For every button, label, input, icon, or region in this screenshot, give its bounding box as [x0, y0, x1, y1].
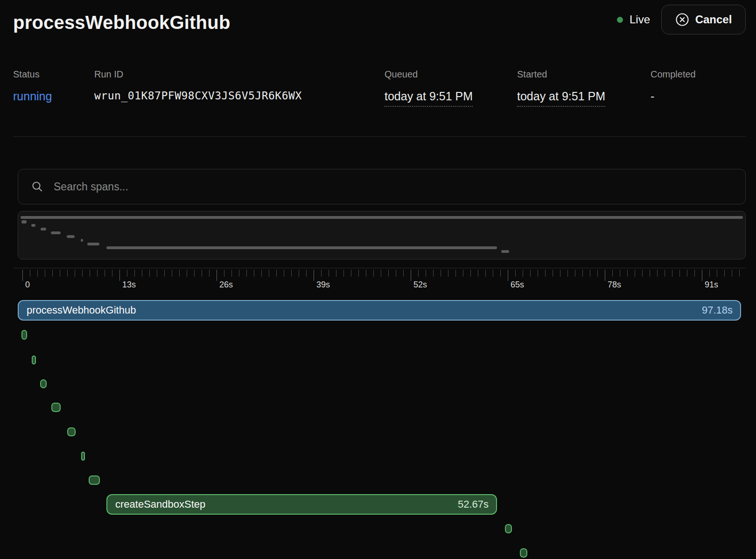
span-bar-processWebhookGithub[interactable]: processWebhookGithub97.18s: [18, 300, 741, 321]
ruler-minor-tick: [269, 270, 269, 277]
ruler-tick-label: 65s: [511, 280, 524, 290]
live-label: Live: [630, 13, 650, 26]
ruler-minor-tick: [635, 270, 635, 277]
ruler-major-tick: [605, 270, 605, 281]
ruler-minor-tick: [455, 270, 456, 277]
minimap-span: [67, 235, 75, 238]
span-dot[interactable]: [21, 330, 27, 340]
ruler-minor-tick: [321, 270, 322, 277]
run-info-value-completed: -: [651, 90, 654, 103]
minimap-root-span: [21, 216, 743, 219]
ruler-minor-tick: [567, 270, 568, 277]
ruler-minor-tick: [276, 270, 277, 277]
ruler-minor-tick: [717, 270, 717, 277]
ruler-minor-tick: [530, 270, 531, 277]
run-info-label-status: Status: [13, 69, 40, 80]
minimap-span: [501, 250, 509, 253]
ruler-minor-tick: [179, 270, 180, 277]
ruler-minor-tick: [291, 270, 292, 277]
ruler-minor-tick: [470, 270, 471, 277]
ruler-minor-tick: [597, 270, 598, 277]
ruler-minor-tick: [575, 270, 575, 277]
ruler-minor-tick: [538, 270, 538, 277]
span-dot[interactable]: [89, 475, 100, 485]
span-dot[interactable]: [32, 356, 36, 364]
ruler-major-tick: [411, 270, 411, 281]
ruler-minor-tick: [500, 270, 501, 277]
ruler-minor-tick: [67, 270, 68, 277]
ruler-minor-tick: [396, 270, 396, 277]
ruler-minor-tick: [187, 270, 187, 277]
run-info-value-queued[interactable]: today at 9:51 PM: [385, 90, 473, 103]
span-dot[interactable]: [505, 524, 512, 533]
ruler-minor-tick: [306, 270, 307, 277]
ruler-minor-tick: [284, 270, 284, 277]
minimap-span: [31, 224, 35, 227]
ruler-minor-tick: [358, 270, 359, 277]
search-spans-input[interactable]: [53, 180, 745, 194]
ruler-major-tick: [22, 270, 23, 281]
ruler-minor-tick: [523, 270, 523, 277]
ruler-minor-tick: [246, 270, 247, 277]
ruler-major-tick: [702, 270, 702, 281]
run-info-label-run-id: Run ID: [94, 69, 123, 80]
ruler-tick-label: 91s: [705, 280, 718, 290]
ruler-minor-tick: [157, 270, 157, 277]
span-search-box: [18, 169, 746, 204]
ruler-minor-tick: [336, 270, 336, 277]
span-dot[interactable]: [40, 379, 47, 388]
run-info-value-started[interactable]: today at 9:51 PM: [517, 90, 605, 103]
cancel-button-label: Cancel: [695, 13, 732, 26]
ruler-minor-tick: [418, 270, 419, 277]
span-dot[interactable]: [51, 403, 61, 412]
ruler-minor-tick: [388, 270, 389, 277]
ruler-minor-tick: [478, 270, 478, 277]
cancel-button[interactable]: Cancel: [661, 5, 746, 35]
ruler-minor-tick: [202, 270, 202, 277]
ruler-minor-tick: [127, 270, 127, 277]
ruler-minor-tick: [709, 270, 710, 277]
ruler-major-tick: [508, 270, 508, 281]
ruler-minor-tick: [694, 270, 695, 277]
ruler-minor-tick: [679, 270, 680, 277]
ruler-minor-tick: [45, 270, 45, 277]
ruler-major-tick: [314, 270, 314, 281]
ruler-minor-tick: [60, 270, 60, 277]
ruler-minor-tick: [366, 270, 366, 277]
trace-viewer-page: processWebhookGithub Live Cancel Statusr…: [0, 0, 756, 559]
span-dot[interactable]: [81, 452, 85, 461]
ruler-minor-tick: [351, 270, 351, 277]
ruler-minor-tick: [164, 270, 165, 277]
ruler-minor-tick: [261, 270, 262, 277]
ruler-minor-tick: [112, 270, 112, 277]
run-info-value-run-id: wrun_01K87PFW98CXV3JS6V5JR6K6WX: [94, 90, 302, 102]
ruler-tick-label: 13s: [122, 280, 136, 290]
span-dot[interactable]: [520, 548, 527, 558]
ruler-minor-tick: [231, 270, 232, 277]
run-info-value-status: running: [13, 90, 52, 103]
span-label: processWebhookGithub: [27, 304, 136, 316]
ruler-minor-tick: [149, 270, 150, 277]
ruler-minor-tick: [560, 270, 560, 277]
ruler-minor-tick: [441, 270, 441, 277]
ruler-minor-tick: [97, 270, 98, 277]
ruler-minor-tick: [724, 270, 725, 277]
ruler-minor-tick: [224, 270, 224, 277]
span-dot[interactable]: [67, 427, 76, 436]
ruler-minor-tick: [403, 270, 404, 277]
ruler-minor-tick: [448, 270, 448, 277]
ruler-major-tick: [119, 270, 120, 281]
ruler-minor-tick: [515, 270, 516, 277]
ruler-top-border: [13, 268, 746, 268]
ruler-minor-tick: [553, 270, 553, 277]
span-label: createSandboxStep: [115, 498, 205, 510]
ruler-minor-tick: [105, 270, 105, 277]
span-duration: 97.18s: [702, 304, 733, 316]
span-bar-createSandboxStep[interactable]: createSandboxStep52.67s: [106, 494, 497, 515]
ruler-minor-tick: [343, 270, 344, 277]
ruler-minor-tick: [239, 270, 239, 277]
ruler-minor-tick: [620, 270, 620, 277]
ruler-tick-label: 0: [25, 280, 30, 290]
ruler-minor-tick: [254, 270, 254, 277]
ruler-minor-tick: [37, 270, 38, 277]
